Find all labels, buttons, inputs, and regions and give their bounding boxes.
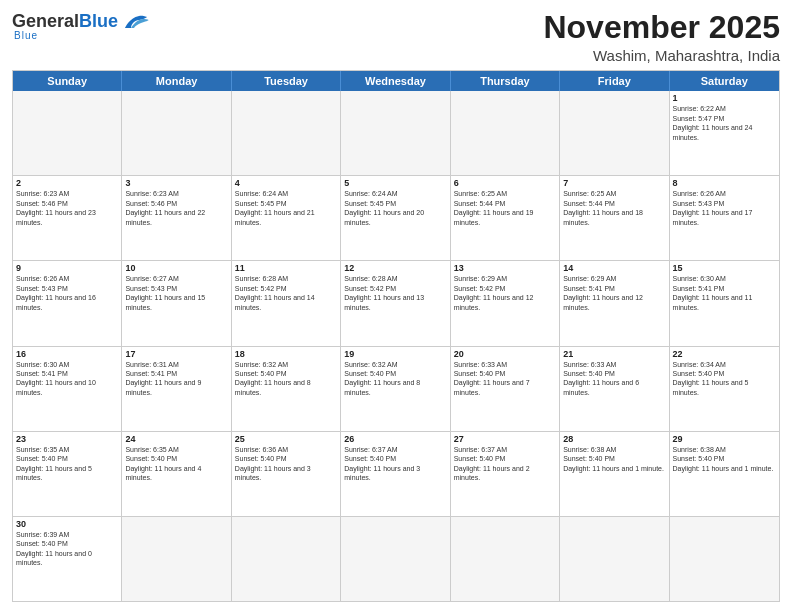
logo-tagline: Blue: [12, 30, 38, 41]
day-info: Sunrise: 6:23 AM Sunset: 5:46 PM Dayligh…: [125, 189, 227, 227]
calendar: SundayMondayTuesdayWednesdayThursdayFrid…: [12, 70, 780, 602]
day-number: 5: [344, 178, 446, 188]
cal-cell-empty-0-0: [13, 91, 122, 175]
cal-cell-23: 23Sunrise: 6:35 AM Sunset: 5:40 PM Dayli…: [13, 432, 122, 516]
day-info: Sunrise: 6:39 AM Sunset: 5:40 PM Dayligh…: [16, 530, 118, 568]
day-info: Sunrise: 6:31 AM Sunset: 5:41 PM Dayligh…: [125, 360, 227, 398]
day-number: 12: [344, 263, 446, 273]
day-number: 13: [454, 263, 556, 273]
day-number: 14: [563, 263, 665, 273]
day-number: 17: [125, 349, 227, 359]
day-number: 1: [673, 93, 776, 103]
cal-cell-26: 26Sunrise: 6:37 AM Sunset: 5:40 PM Dayli…: [341, 432, 450, 516]
day-number: 10: [125, 263, 227, 273]
logo-bird-icon: [121, 10, 149, 32]
day-number: 28: [563, 434, 665, 444]
cal-cell-empty-5-3: [341, 517, 450, 601]
cal-cell-7: 7Sunrise: 6:25 AM Sunset: 5:44 PM Daylig…: [560, 176, 669, 260]
logo: General Blue Blue: [12, 10, 149, 41]
cal-cell-30: 30Sunrise: 6:39 AM Sunset: 5:40 PM Dayli…: [13, 517, 122, 601]
cal-cell-empty-5-6: [670, 517, 779, 601]
cal-cell-empty-0-4: [451, 91, 560, 175]
cal-cell-5: 5Sunrise: 6:24 AM Sunset: 5:45 PM Daylig…: [341, 176, 450, 260]
cal-cell-29: 29Sunrise: 6:38 AM Sunset: 5:40 PM Dayli…: [670, 432, 779, 516]
day-info: Sunrise: 6:24 AM Sunset: 5:45 PM Dayligh…: [344, 189, 446, 227]
cal-cell-6: 6Sunrise: 6:25 AM Sunset: 5:44 PM Daylig…: [451, 176, 560, 260]
cal-cell-10: 10Sunrise: 6:27 AM Sunset: 5:43 PM Dayli…: [122, 261, 231, 345]
day-info: Sunrise: 6:32 AM Sunset: 5:40 PM Dayligh…: [344, 360, 446, 398]
cal-week-4: 23Sunrise: 6:35 AM Sunset: 5:40 PM Dayli…: [13, 432, 779, 517]
subtitle: Washim, Maharashtra, India: [543, 47, 780, 64]
day-info: Sunrise: 6:30 AM Sunset: 5:41 PM Dayligh…: [673, 274, 776, 312]
cal-cell-18: 18Sunrise: 6:32 AM Sunset: 5:40 PM Dayli…: [232, 347, 341, 431]
day-info: Sunrise: 6:25 AM Sunset: 5:44 PM Dayligh…: [563, 189, 665, 227]
day-info: Sunrise: 6:35 AM Sunset: 5:40 PM Dayligh…: [125, 445, 227, 483]
day-number: 22: [673, 349, 776, 359]
cal-header-sunday: Sunday: [13, 71, 122, 91]
day-number: 3: [125, 178, 227, 188]
day-info: Sunrise: 6:27 AM Sunset: 5:43 PM Dayligh…: [125, 274, 227, 312]
calendar-header: SundayMondayTuesdayWednesdayThursdayFrid…: [13, 71, 779, 91]
cal-week-1: 2Sunrise: 6:23 AM Sunset: 5:46 PM Daylig…: [13, 176, 779, 261]
day-number: 9: [16, 263, 118, 273]
cal-cell-25: 25Sunrise: 6:36 AM Sunset: 5:40 PM Dayli…: [232, 432, 341, 516]
cal-header-thursday: Thursday: [451, 71, 560, 91]
cal-cell-28: 28Sunrise: 6:38 AM Sunset: 5:40 PM Dayli…: [560, 432, 669, 516]
cal-cell-9: 9Sunrise: 6:26 AM Sunset: 5:43 PM Daylig…: [13, 261, 122, 345]
cal-cell-19: 19Sunrise: 6:32 AM Sunset: 5:40 PM Dayli…: [341, 347, 450, 431]
cal-cell-empty-0-2: [232, 91, 341, 175]
cal-cell-empty-0-1: [122, 91, 231, 175]
cal-week-0: 1Sunrise: 6:22 AM Sunset: 5:47 PM Daylig…: [13, 91, 779, 176]
title-area: November 2025 Washim, Maharashtra, India: [543, 10, 780, 64]
day-number: 4: [235, 178, 337, 188]
day-number: 2: [16, 178, 118, 188]
day-number: 29: [673, 434, 776, 444]
day-info: Sunrise: 6:38 AM Sunset: 5:40 PM Dayligh…: [563, 445, 665, 473]
logo-text: General Blue: [12, 10, 149, 32]
cal-cell-8: 8Sunrise: 6:26 AM Sunset: 5:43 PM Daylig…: [670, 176, 779, 260]
day-number: 15: [673, 263, 776, 273]
day-number: 30: [16, 519, 118, 529]
main-title: November 2025: [543, 10, 780, 45]
day-number: 25: [235, 434, 337, 444]
day-number: 27: [454, 434, 556, 444]
cal-cell-2: 2Sunrise: 6:23 AM Sunset: 5:46 PM Daylig…: [13, 176, 122, 260]
cal-cell-empty-0-3: [341, 91, 450, 175]
day-number: 11: [235, 263, 337, 273]
cal-cell-empty-5-2: [232, 517, 341, 601]
day-info: Sunrise: 6:30 AM Sunset: 5:41 PM Dayligh…: [16, 360, 118, 398]
day-number: 21: [563, 349, 665, 359]
cal-cell-11: 11Sunrise: 6:28 AM Sunset: 5:42 PM Dayli…: [232, 261, 341, 345]
cal-cell-4: 4Sunrise: 6:24 AM Sunset: 5:45 PM Daylig…: [232, 176, 341, 260]
cal-cell-24: 24Sunrise: 6:35 AM Sunset: 5:40 PM Dayli…: [122, 432, 231, 516]
cal-header-friday: Friday: [560, 71, 669, 91]
header: General Blue Blue November 2025 Washim, …: [12, 10, 780, 64]
cal-header-saturday: Saturday: [670, 71, 779, 91]
cal-cell-27: 27Sunrise: 6:37 AM Sunset: 5:40 PM Dayli…: [451, 432, 560, 516]
cal-header-monday: Monday: [122, 71, 231, 91]
day-number: 7: [563, 178, 665, 188]
cal-cell-empty-0-5: [560, 91, 669, 175]
day-info: Sunrise: 6:26 AM Sunset: 5:43 PM Dayligh…: [673, 189, 776, 227]
day-info: Sunrise: 6:28 AM Sunset: 5:42 PM Dayligh…: [344, 274, 446, 312]
day-info: Sunrise: 6:28 AM Sunset: 5:42 PM Dayligh…: [235, 274, 337, 312]
day-info: Sunrise: 6:37 AM Sunset: 5:40 PM Dayligh…: [454, 445, 556, 483]
cal-cell-17: 17Sunrise: 6:31 AM Sunset: 5:41 PM Dayli…: [122, 347, 231, 431]
day-number: 23: [16, 434, 118, 444]
day-number: 26: [344, 434, 446, 444]
day-info: Sunrise: 6:36 AM Sunset: 5:40 PM Dayligh…: [235, 445, 337, 483]
cal-week-5: 30Sunrise: 6:39 AM Sunset: 5:40 PM Dayli…: [13, 517, 779, 601]
cal-cell-empty-5-1: [122, 517, 231, 601]
day-info: Sunrise: 6:35 AM Sunset: 5:40 PM Dayligh…: [16, 445, 118, 483]
cal-header-tuesday: Tuesday: [232, 71, 341, 91]
page: General Blue Blue November 2025 Washim, …: [0, 0, 792, 612]
cal-cell-22: 22Sunrise: 6:34 AM Sunset: 5:40 PM Dayli…: [670, 347, 779, 431]
day-info: Sunrise: 6:29 AM Sunset: 5:42 PM Dayligh…: [454, 274, 556, 312]
cal-week-3: 16Sunrise: 6:30 AM Sunset: 5:41 PM Dayli…: [13, 347, 779, 432]
cal-cell-12: 12Sunrise: 6:28 AM Sunset: 5:42 PM Dayli…: [341, 261, 450, 345]
cal-cell-15: 15Sunrise: 6:30 AM Sunset: 5:41 PM Dayli…: [670, 261, 779, 345]
cal-cell-20: 20Sunrise: 6:33 AM Sunset: 5:40 PM Dayli…: [451, 347, 560, 431]
logo-blue-text: Blue: [79, 11, 118, 32]
day-number: 8: [673, 178, 776, 188]
cal-cell-empty-5-5: [560, 517, 669, 601]
